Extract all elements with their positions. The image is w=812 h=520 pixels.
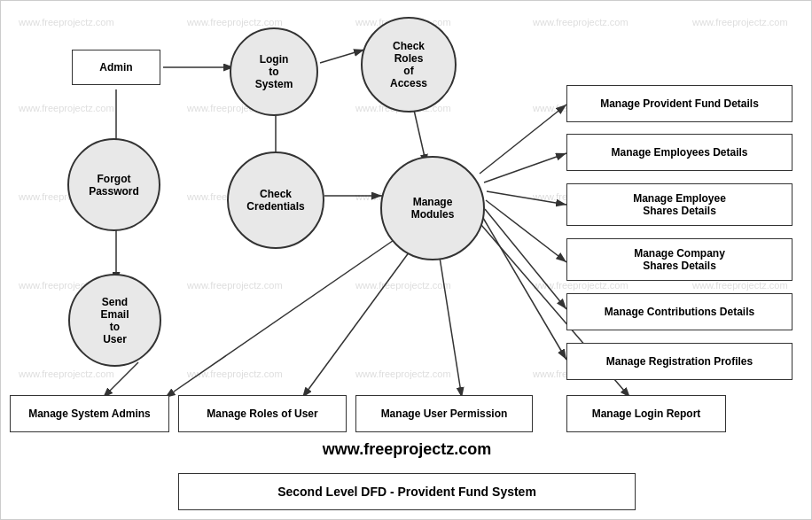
svg-line-11 [486,200,566,262]
watermark-19: www.freeprojectz.com [533,280,629,291]
svg-line-18 [103,362,138,398]
watermark-20: www.freeprojectz.com [692,280,788,291]
svg-line-13 [483,218,566,360]
manage-roles-box: Manage Roles of User [178,395,347,432]
svg-line-10 [487,191,566,205]
watermark-5: www.freeprojectz.com [692,17,788,27]
site-url: www.freeprojectz.com [1,440,812,459]
manage-employee-shares-box: Manage Employee Shares Details [566,183,792,226]
login-node: Login to System [230,27,318,116]
manage-employees-box: Manage Employees Details [566,134,792,171]
svg-line-14 [165,227,413,398]
watermark-23: www.freeprojectz.com [355,369,451,379]
forgot-password-node: Forgot Password [67,138,160,231]
svg-line-8 [480,105,566,174]
check-roles-node: Check Roles of Access [361,17,457,113]
manage-modules-node: Manage Modules [380,156,485,260]
watermark-22: www.freeprojectz.com [187,369,283,379]
manage-provident-box: Manage Provident Fund Details [566,85,792,122]
svg-line-5 [320,50,364,63]
manage-registration-box: Manage Registration Profiles [566,343,792,380]
manage-system-admins-box: Manage System Admins [10,395,169,432]
watermark-4: www.freeprojectz.com [533,17,629,27]
watermark-18: www.freeprojectz.com [355,280,451,291]
check-credentials-node: Check Credentials [227,151,324,249]
diagram-container: www.freeprojectz.com www.freeprojectz.co… [0,0,812,520]
admin-node: Admin [72,50,160,85]
watermark-17: www.freeprojectz.com [187,280,283,291]
manage-contributions-box: Manage Contributions Details [566,293,792,330]
watermark-2: www.freeprojectz.com [187,17,283,27]
watermark-6: www.freeprojectz.com [19,103,114,113]
watermark-1: www.freeprojectz.com [19,17,114,27]
manage-user-permission-box: Manage User Permission [355,395,533,432]
manage-login-report-box: Manage Login Report [566,395,726,432]
svg-line-9 [484,153,566,182]
svg-line-12 [485,209,566,309]
send-email-node: Send Email to User [68,274,161,367]
watermark-21: www.freeprojectz.com [19,369,114,379]
manage-company-shares-box: Manage Company Shares Details [566,238,792,281]
footer-title: Second Level DFD - Provident Fund System [178,473,636,510]
